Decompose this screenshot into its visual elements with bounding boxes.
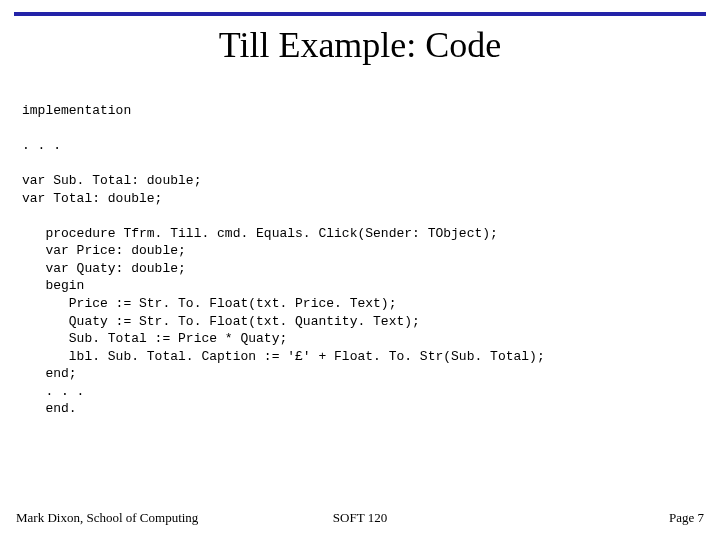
code-line: var Price: double; (22, 242, 698, 260)
code-line: end; (22, 365, 698, 383)
code-block: implementation . . . var Sub. Total: dou… (0, 102, 720, 418)
footer-center: SOFT 120 (333, 510, 387, 526)
code-line: implementation (22, 102, 698, 120)
code-line (22, 120, 698, 138)
code-line: Quaty := Str. To. Float(txt. Quantity. T… (22, 313, 698, 331)
code-line: var Sub. Total: double; (22, 172, 698, 190)
code-line: begin (22, 277, 698, 295)
slide-title: Till Example: Code (0, 24, 720, 66)
code-line (22, 207, 698, 225)
code-line: Sub. Total := Price * Quaty; (22, 330, 698, 348)
footer-left: Mark Dixon, School of Computing (16, 510, 198, 526)
code-line: . . . (22, 383, 698, 401)
code-line: lbl. Sub. Total. Caption := '£' + Float.… (22, 348, 698, 366)
code-line: var Total: double; (22, 190, 698, 208)
code-line (22, 155, 698, 173)
code-line: Price := Str. To. Float(txt. Price. Text… (22, 295, 698, 313)
code-line: var Quaty: double; (22, 260, 698, 278)
top-rule (14, 12, 706, 16)
footer-right: Page 7 (669, 510, 704, 526)
code-line: . . . (22, 137, 698, 155)
code-line: end. (22, 400, 698, 418)
footer: Mark Dixon, School of Computing SOFT 120… (0, 510, 720, 526)
code-line: procedure Tfrm. Till. cmd. Equals. Click… (22, 225, 698, 243)
